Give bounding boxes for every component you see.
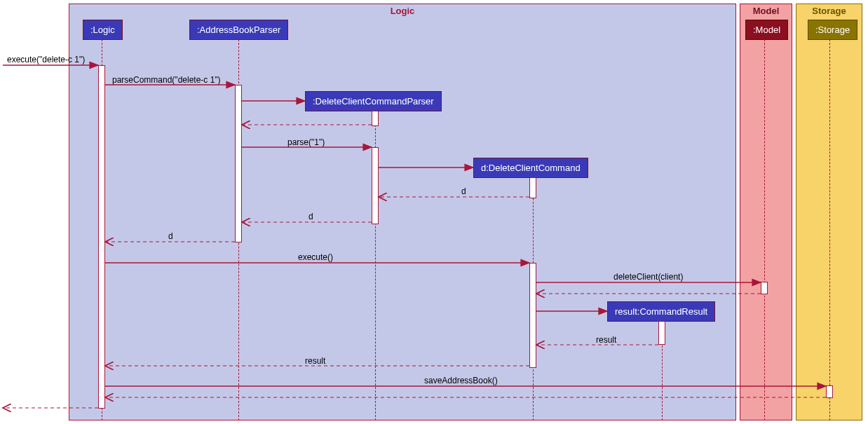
participant-model-label: :Model <box>753 25 780 35</box>
activation-dccp-2 <box>372 147 379 224</box>
msg-parse: parse("1") <box>287 137 325 147</box>
partition-logic: Logic <box>69 4 736 420</box>
msg-return-d-1: d <box>461 186 466 196</box>
participant-deleteclientcommandparser: :DeleteClientCommandParser <box>305 91 442 111</box>
participant-deleteclientcommand-label: d:DeleteClientCommand <box>481 163 581 173</box>
participant-storage: :Storage <box>808 20 857 40</box>
participant-logic: :Logic <box>83 20 123 40</box>
activation-abp-1 <box>235 85 242 242</box>
participant-deleteclientcommandparser-label: :DeleteClientCommandParser <box>313 96 434 107</box>
participant-addressbookparser-label: :AddressBookParser <box>197 25 280 35</box>
msg-return-d-2: d <box>308 212 313 221</box>
activation-dcc-1 <box>529 177 536 198</box>
lifeline-model <box>764 39 765 420</box>
msg-saveaddressbook: saveAddressBook() <box>424 376 498 385</box>
participant-model: :Model <box>745 20 788 40</box>
msg-return-result-2: result <box>305 356 325 366</box>
sequence-diagram: Logic Model Storage :Logic :AddressBookP… <box>0 0 868 424</box>
msg-return-result-1: result <box>596 335 616 345</box>
msg-deleteclient: deleteClient(client) <box>613 272 683 282</box>
participant-commandresult-label: result:CommandResult <box>615 306 707 317</box>
partition-model-title: Model <box>753 6 780 16</box>
participant-addressbookparser: :AddressBookParser <box>189 20 288 40</box>
partition-model: Model <box>740 4 792 420</box>
participant-storage-label: :Storage <box>815 25 850 35</box>
activation-dccp-1 <box>372 111 379 126</box>
lifeline-storage <box>829 39 830 420</box>
msg-return-d-3: d <box>168 231 173 241</box>
activation-storage-1 <box>826 385 833 398</box>
participant-deleteclientcommand: d:DeleteClientCommand <box>473 158 588 178</box>
msg-execute: execute() <box>298 252 333 262</box>
partition-storage-title: Storage <box>812 6 846 16</box>
participant-logic-label: :Logic <box>90 25 115 35</box>
activation-dcc-2 <box>529 263 536 368</box>
activation-logic-1 <box>98 65 105 409</box>
msg-execute-cmd: execute("delete-c 1") <box>7 55 85 64</box>
partition-logic-title: Logic <box>391 6 415 16</box>
activation-model-1 <box>761 282 768 294</box>
activation-cr-1 <box>658 321 665 345</box>
participant-commandresult: result:CommandResult <box>607 301 715 322</box>
msg-parsecommand: parseCommand("delete-c 1") <box>112 75 221 85</box>
